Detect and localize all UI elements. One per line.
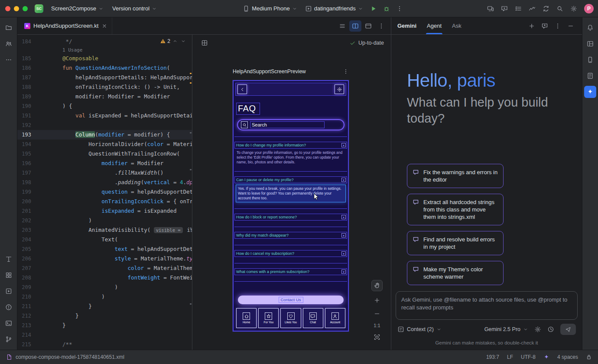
lock-icon[interactable] (586, 354, 592, 360)
problems-tool-button[interactable] (3, 301, 15, 313)
editor-options-button[interactable] (375, 20, 387, 32)
zoom-out-button[interactable] (373, 309, 381, 318)
code-line[interactable]: 200 onTrailingIconClick = { onTrai (17, 197, 192, 206)
gemini-suggestion-card[interactable]: Extract all hardcoded strings from this … (407, 194, 504, 225)
code-line[interactable]: 191 val isExpanded = helpAndSupportDetai… (17, 111, 192, 120)
code-line[interactable]: 205 text = helpAndSupportDetai (17, 244, 192, 254)
code-editor[interactable]: 184 */1 Usage185@Composable186fun Questi… (17, 35, 192, 350)
caret-position[interactable]: 193:7 (486, 354, 499, 360)
code-line[interactable]: 206 style = MaterialTheme.typo (17, 254, 192, 263)
next-problem-button[interactable] (180, 38, 187, 45)
gemini-status-icon[interactable] (543, 354, 549, 360)
minimize-window-button[interactable] (14, 6, 19, 11)
project-tool-button[interactable] (3, 22, 15, 34)
editor-mode-design-button[interactable] (362, 20, 374, 32)
encoding[interactable]: UTF-8 (521, 354, 536, 360)
logcat-tool-button[interactable] (584, 70, 596, 82)
code-line[interactable]: 187 helpAndSupportDetails: HelpAndSuppor… (17, 73, 192, 82)
editor-mode-split-button[interactable] (349, 20, 361, 32)
code-line[interactable]: 215/** (17, 340, 192, 349)
gemini-settings-button[interactable] (534, 326, 541, 333)
line-ending[interactable]: LF (507, 354, 513, 360)
code-line[interactable]: 201 isExpanded = isExpanded (17, 206, 192, 216)
zoom-actual-size-button[interactable]: 1:1 (374, 323, 380, 328)
code-line[interactable]: 213} (17, 321, 192, 330)
code-line[interactable]: 193 Column(modifier = modifier) { (17, 130, 192, 140)
editor-mode-code-button[interactable] (336, 20, 348, 32)
pan-tool-button[interactable] (371, 280, 383, 291)
device-mirroring-button[interactable] (484, 3, 497, 15)
run-configuration-selector[interactable]: datingandfriends (302, 3, 367, 14)
device-selector[interactable]: Medium Phone (239, 3, 300, 14)
preview-canvas[interactable]: HelpAndSupportScreenPreview FAQ Search (192, 51, 391, 350)
version-control-tool-button[interactable] (3, 333, 15, 345)
profiler-button[interactable] (526, 3, 538, 15)
zoom-to-fit-button[interactable] (373, 333, 381, 341)
code-line[interactable]: 196 modifier = Modifier (17, 159, 192, 168)
gemini-history-button[interactable] (547, 326, 554, 333)
code-line[interactable]: 194 HorizontalDivider(color = Material (17, 140, 192, 149)
fullscreen-window-button[interactable] (23, 6, 28, 11)
gemini-tab-ask[interactable]: Ask (452, 17, 462, 34)
preview-view-options-button[interactable] (198, 37, 211, 49)
gemini-suggestion-card[interactable]: Make my Theme's color scheme warmer (407, 261, 504, 285)
context-selector[interactable]: Context (2) (397, 326, 442, 333)
code-line[interactable]: 189 modifier: Modifier = Modifier (17, 92, 192, 101)
more-tool-windows-button[interactable] (3, 54, 15, 66)
conversations-button[interactable] (540, 21, 550, 31)
inspections-widget[interactable]: 2 (158, 37, 188, 46)
compose-preview-phone[interactable]: FAQ Search How do I change my profile in… (233, 80, 349, 332)
close-window-button[interactable] (5, 6, 10, 11)
preview-options-button[interactable] (343, 68, 349, 75)
debug-button[interactable] (380, 3, 393, 15)
code-line[interactable]: 190) { (17, 101, 192, 111)
gemini-suggestion-card[interactable]: Find and resolve build errors in my proj… (407, 231, 504, 255)
preview-name[interactable]: HelpAndSupportScreenPreview (233, 68, 306, 75)
indent-setting[interactable]: 4 spaces (557, 354, 578, 360)
code-line[interactable]: 186fun QuestionAndAnswerInfoSection( (17, 63, 192, 73)
send-button[interactable] (560, 324, 576, 335)
gemini-prompt-input[interactable]: Ask Gemini, use @filename to attach sour… (396, 291, 578, 320)
code-line[interactable]: 207 color = MaterialTheme. (17, 263, 192, 273)
code-line[interactable]: 199 question = helpAndSupportDetai (17, 187, 192, 197)
notifications-button[interactable] (584, 22, 596, 34)
sync-project-button[interactable] (540, 3, 552, 15)
code-line[interactable]: 211 } (17, 302, 192, 311)
todo-button[interactable] (512, 3, 524, 15)
profile-avatar[interactable]: P (584, 4, 594, 13)
error-stripe[interactable] (190, 35, 192, 350)
run-button[interactable] (367, 3, 380, 15)
code-line[interactable]: 212 } (17, 311, 192, 321)
code-line[interactable]: 208 fontWeight = FontWeigh (17, 273, 192, 283)
gemini-tab-agent[interactable]: Agent (427, 17, 442, 34)
code-line[interactable]: 202 ) (17, 216, 192, 225)
code-line[interactable]: 214 (17, 330, 192, 340)
hide-panel-button[interactable] (566, 21, 576, 31)
code-line[interactable]: 203 AnimatedVisibility( visible = isExpa… (17, 225, 192, 235)
more-run-actions-button[interactable] (393, 3, 406, 15)
code-line[interactable]: 204 Text( (17, 235, 192, 244)
terminal-tool-button[interactable] (3, 317, 15, 329)
layout-inspector-tool-button[interactable] (584, 38, 596, 50)
code-line[interactable]: 210 ) (17, 292, 192, 302)
search-everywhere-button[interactable] (554, 3, 566, 15)
code-line[interactable]: 188 onTrailingIconClick: () -> Unit, (17, 82, 192, 92)
gemini-tool-button[interactable] (584, 86, 596, 98)
editor-tab[interactable]: K HelpAndSupportScreen.kt (17, 17, 112, 34)
model-selector[interactable]: Gemini 2.5 Pro (484, 326, 528, 332)
settings-button[interactable] (568, 3, 580, 15)
inlay-hint-line[interactable]: 1 Usage (17, 46, 192, 54)
code-line[interactable]: 197 .fillMaxWidth() (17, 168, 192, 178)
close-tab-icon[interactable] (101, 23, 107, 29)
code-line[interactable]: 195 QuestionWithTrailingIconRow( (17, 149, 192, 159)
version-control-menu[interactable]: Version control (109, 3, 160, 13)
new-conversation-button[interactable] (526, 21, 537, 31)
code-line[interactable]: 192 (17, 120, 192, 130)
resource-manager-tool-button[interactable] (3, 269, 15, 281)
services-tool-button[interactable] (3, 285, 15, 297)
gemini-chat-button[interactable] (498, 3, 510, 15)
code-line[interactable]: 185@Composable (17, 54, 192, 63)
gemini-options-button[interactable] (552, 21, 563, 31)
prev-problem-button[interactable] (172, 38, 179, 45)
project-menu[interactable]: Screen2Compose (48, 3, 107, 13)
